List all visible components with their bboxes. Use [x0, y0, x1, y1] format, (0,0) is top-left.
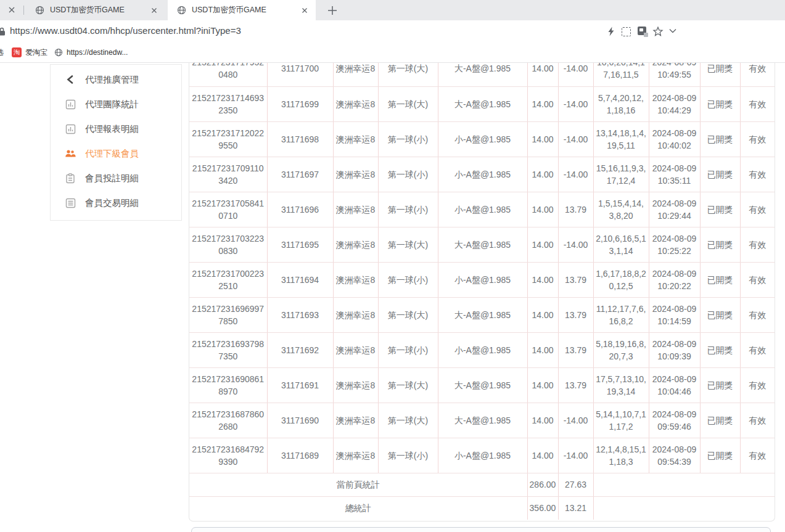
cell-game: 澳洲幸运8	[333, 262, 378, 297]
cell-valid: 有效	[740, 192, 775, 227]
cell-winloss: 13.79	[558, 332, 593, 367]
cell-period: 31171695	[267, 227, 333, 262]
cell-winloss: 13.79	[558, 367, 593, 403]
cell-play: 第一球(小)	[378, 157, 438, 192]
flash-icon[interactable]	[606, 26, 617, 37]
cell-bet: 大-A盤@1.985	[438, 297, 527, 332]
summary-row-total: 總統計356.0013.21	[189, 496, 775, 520]
summary-amount: 356.00	[527, 496, 558, 520]
sidebar-item-transaction-detail[interactable]: 會員交易明細	[51, 190, 181, 215]
sidebar-menu: 代理推廣管理 代理團隊統計 代理報表明細	[50, 64, 182, 221]
cell-time: 2024-08-09 10:29:44	[649, 192, 700, 227]
cell-amount: 14.00	[527, 192, 558, 227]
cell-game: 澳洲幸运8	[333, 157, 378, 192]
translate-icon[interactable]	[638, 27, 646, 35]
favorite-star-icon[interactable]	[652, 26, 664, 37]
cell-amount: 14.00	[527, 63, 558, 86]
cell-game: 澳洲幸运8	[333, 121, 378, 157]
cell-result: 2,10,6,16,5,13,1,14	[593, 227, 649, 262]
tab-usdt-game-1[interactable]: USDT加密货币GAME	[26, 0, 165, 20]
close-tab-icon[interactable]	[300, 6, 310, 15]
cell-play: 第一球(大)	[378, 86, 438, 121]
cell-winloss: -14.00	[558, 403, 593, 438]
cell-order: 2152172316878602680	[189, 403, 267, 438]
cell-result: 1,6,17,18,8,20,12,5	[593, 262, 649, 297]
cell-bet: 大-A盤@1.985	[438, 86, 527, 121]
cell-order: 2152172316969977850	[189, 297, 267, 332]
summary-amount: 286.00	[527, 473, 558, 496]
cell-time: 2024-08-09 10:14:59	[649, 297, 700, 332]
bet-records-table: 215217231717952048031171700澳洲幸运8第一球(大)大-…	[189, 63, 775, 520]
cell-amount: 14.00	[527, 367, 558, 403]
sidebar-item-label: 代理推廣管理	[85, 74, 139, 86]
cell-result: 17,5,7,13,10,19,3,14	[593, 367, 649, 403]
cell-result: 13,14,18,1,4,19,5,11	[593, 121, 649, 157]
bookmark-aitaobao[interactable]: 淘 爱淘宝	[12, 43, 47, 62]
sidebar-item-team-stats[interactable]: 代理團隊統計	[51, 92, 181, 117]
close-tab-icon[interactable]	[6, 4, 17, 15]
sidebar-item-agent-promotion[interactable]: 代理推廣管理	[51, 67, 181, 92]
bar-chart-icon	[65, 123, 76, 134]
cell-winloss: -14.00	[558, 157, 593, 192]
tab-separator	[23, 6, 24, 15]
cell-time: 2024-08-09 10:20:22	[649, 262, 700, 297]
summary-empty	[593, 473, 775, 496]
cell-play: 第一球(大)	[378, 367, 438, 403]
cell-amount: 14.00	[527, 332, 558, 367]
cell-order: 2152172317179520480	[189, 63, 267, 86]
table-row: 215217231696997785031171693澳洲幸运8第一球(大)大-…	[189, 297, 775, 332]
cell-status: 已開獎	[700, 367, 740, 403]
table-row: 215217231690861897031171691澳洲幸运8第一球(大)大-…	[189, 367, 775, 403]
pagination-bar	[191, 527, 771, 532]
summary-label: 當前頁統計	[189, 473, 527, 496]
cell-period: 31171694	[267, 262, 333, 297]
new-tab-button[interactable]	[326, 4, 339, 17]
cell-time: 2024-08-09 10:04:46	[649, 367, 700, 403]
cell-status: 已開獎	[700, 332, 740, 367]
cell-winloss: -14.00	[558, 227, 593, 262]
table-row: 215217231712022955031171698澳洲幸运8第一球(小)小-…	[189, 121, 775, 157]
cell-time: 2024-08-09 10:09:39	[649, 332, 700, 367]
cell-order: 2152172317002232510	[189, 262, 267, 297]
cell-time: 2024-08-09 10:49:55	[649, 63, 700, 86]
close-tab-icon[interactable]	[149, 6, 159, 15]
cell-winloss: -14.00	[558, 63, 593, 86]
table-row: 215217231709110342031171697澳洲幸运8第一球(小)小-…	[189, 157, 775, 192]
lock-icon	[0, 27, 6, 36]
cell-winloss: -14.00	[558, 121, 593, 157]
sidebar-item-report-detail[interactable]: 代理報表明細	[51, 117, 181, 141]
cell-time: 2024-08-09 10:35:11	[649, 157, 700, 192]
capture-icon[interactable]	[622, 27, 631, 36]
bookmark-label: 爱淘宝	[25, 47, 47, 58]
cell-order: 2152172316937987350	[189, 332, 267, 367]
sidebar-item-bet-detail[interactable]: 會員投註明細	[51, 166, 181, 190]
url-field[interactable]: https://www.usdt04.com/hhcp/usercenter.h…	[10, 25, 241, 36]
cell-game: 澳洲幸运8	[333, 367, 378, 403]
cell-bet: 大-A盤@1.985	[438, 63, 527, 86]
cell-valid: 有效	[740, 332, 775, 367]
bookmark-xuan[interactable]: 选	[0, 43, 4, 62]
cell-status: 已開獎	[700, 262, 740, 297]
sidebar-item-sub-members[interactable]: 代理下級會員	[51, 141, 181, 166]
cell-valid: 有效	[740, 227, 775, 262]
bookmarks-bar: 选 淘 爱淘宝 https://destinedw...	[0, 43, 785, 63]
cell-order: 2152172316908618970	[189, 367, 267, 403]
chevron-down-icon[interactable]	[668, 28, 680, 39]
cell-order: 2152172317058410710	[189, 192, 267, 227]
cell-valid: 有效	[740, 86, 775, 121]
tab-usdt-game-2-active[interactable]: USDT加密货币GAME	[168, 0, 316, 20]
summary-winloss: 27.63	[558, 473, 593, 496]
cell-play: 第一球(大)	[378, 227, 438, 262]
cell-valid: 有效	[740, 121, 775, 157]
table-row: 215217231705841071031171696澳洲幸运8第一球(小)小-…	[189, 192, 775, 227]
cell-valid: 有效	[740, 297, 775, 332]
table-row: 215217231717952048031171700澳洲幸运8第一球(大)大-…	[189, 63, 775, 86]
cell-period: 31171689	[267, 438, 333, 473]
cell-winloss: -14.00	[558, 438, 593, 473]
cell-play: 第一球(大)	[378, 63, 438, 86]
bookmark-destined[interactable]: https://destinedw...	[54, 43, 128, 62]
table-row: 215217231700223251031171694澳洲幸运8第一球(小)小-…	[189, 262, 775, 297]
globe-icon	[54, 48, 63, 57]
clipboard-icon	[65, 173, 76, 184]
cell-order: 2152172316847929390	[189, 438, 267, 473]
